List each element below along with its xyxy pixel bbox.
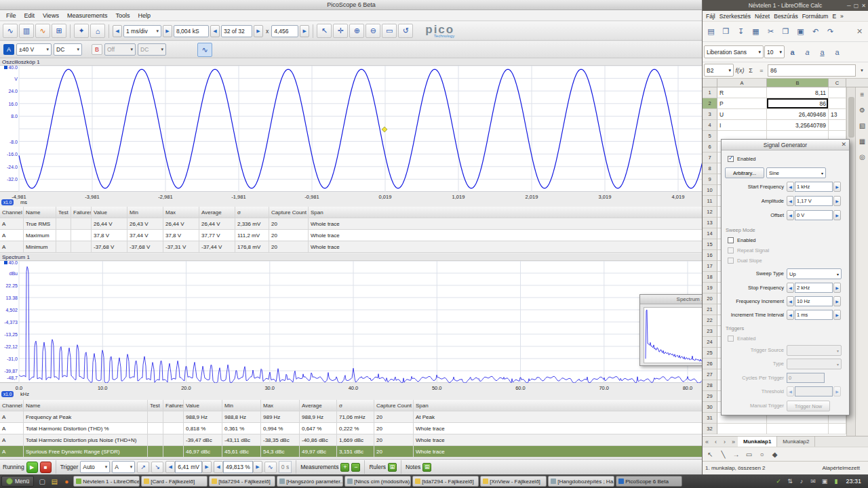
volume-icon[interactable]: ♪ — [797, 477, 806, 486]
rapid-trigger-icon[interactable]: ∿ — [264, 462, 277, 473]
ellipse-icon[interactable]: ○ — [756, 449, 768, 460]
row-header-9[interactable]: 9 — [703, 174, 717, 185]
window-titlebar[interactable]: PicoScope 6 Beta — [0, 0, 703, 10]
marquee-zoom-icon[interactable]: ▭ — [382, 24, 397, 38]
sheet-next-icon[interactable]: › — [720, 439, 729, 445]
line-arrow-icon[interactable]: → — [730, 449, 742, 460]
row-header-5[interactable]: 5 — [703, 131, 717, 142]
dual-slope-checkbox[interactable] — [728, 258, 734, 264]
trigger-level-input[interactable]: 6,41 mV — [175, 461, 202, 473]
amplitude-decrement[interactable]: ◀ — [787, 196, 794, 206]
row-header-21[interactable]: 21 — [703, 304, 717, 315]
increment-interval-increment[interactable]: ▶ — [833, 310, 841, 320]
delete-measurement-button[interactable]: − — [351, 463, 360, 472]
formula-input[interactable]: 86 — [768, 64, 856, 77]
mint-menu-button[interactable]: Menü — [1, 476, 34, 487]
row-header-8[interactable]: 8 — [703, 163, 717, 174]
menu-help[interactable]: Help — [134, 12, 155, 20]
table-row[interactable]: ATrue RMS26,44 V26,43 V26,44 V26,44 V2,3… — [0, 218, 703, 230]
navigator-icon[interactable]: ◎ — [857, 152, 867, 162]
browser-icon[interactable]: ● — [61, 476, 72, 487]
row-header-29[interactable]: 29 — [703, 391, 717, 402]
sweep-enabled-checkbox[interactable] — [728, 237, 734, 243]
holdoff-input[interactable]: 0 s — [279, 461, 292, 473]
table-row[interactable]: AMaximum37,8 V37,44 V37,8 V37,77 V111,2 … — [0, 230, 703, 241]
row-header-12[interactable]: 12 — [703, 207, 717, 218]
function-wizard-icon[interactable]: f(x) — [735, 67, 745, 74]
row-header-30[interactable]: 30 — [703, 402, 717, 413]
capture-index-input[interactable]: 32 of 32 — [221, 25, 252, 37]
stop-frequency-input[interactable]: 2 kHz — [795, 283, 833, 293]
taskbar-window-button[interactable]: [Card - Fájlkezelő] — [141, 476, 208, 487]
font-name-select[interactable]: Liberation Sans▾ — [704, 45, 764, 58]
sum-icon[interactable]: Σ — [746, 67, 755, 74]
undo-zoom-icon[interactable]: ↺ — [398, 24, 413, 38]
x-position-input[interactable]: 4,456 — [271, 25, 298, 37]
expand-formula-icon[interactable]: ▾ — [857, 68, 867, 73]
signal-generator-icon[interactable]: ∿ — [197, 43, 212, 57]
menu-views[interactable]: Views — [39, 12, 63, 20]
row-header-22[interactable]: 22 — [703, 315, 717, 326]
menu-overflow-icon[interactable]: » — [838, 12, 846, 20]
taskbar-window-button[interactable]: [Hangszóró paraméter... — [277, 476, 343, 487]
select-all-corner[interactable] — [703, 79, 717, 87]
trigger-type-select[interactable]: ▾ — [787, 359, 842, 369]
battery-icon[interactable]: ▮ — [831, 477, 840, 486]
cell-c1[interactable] — [829, 87, 846, 98]
taskbar-window-button[interactable]: [tda7294 - Fájlkezelő] — [209, 476, 275, 487]
add-view-icon[interactable]: ⊞ — [52, 24, 66, 38]
bold-icon[interactable]: a — [785, 45, 800, 60]
cell-c4[interactable] — [829, 120, 846, 131]
threshold-increment[interactable]: ▶ — [833, 386, 841, 396]
row-header-6[interactable]: 6 — [703, 142, 717, 152]
rectangle-icon[interactable]: ▭ — [743, 449, 755, 460]
row-header-4[interactable]: 4 — [703, 120, 717, 131]
taskbar-window-button[interactable]: PicoScope 6 Beta — [616, 476, 682, 487]
insert-line-icon[interactable]: ╲ — [717, 449, 729, 460]
pretrigger-increment[interactable]: ▶ — [253, 461, 262, 473]
redo-icon[interactable]: ↷ — [823, 24, 837, 39]
siggen-enabled-checkbox[interactable] — [728, 156, 734, 162]
amplitude-increment[interactable]: ▶ — [833, 196, 841, 206]
show-desktop-icon[interactable]: ▢ — [37, 476, 47, 487]
taskbar-window-button[interactable]: [XnView - Fájlkezelő] — [480, 476, 547, 487]
underline-icon[interactable]: a — [815, 45, 829, 60]
spectrum-zoom-badge[interactable]: x1.0 — [1, 391, 14, 397]
repeat-signal-checkbox[interactable] — [728, 247, 734, 253]
italic-icon[interactable]: a — [800, 45, 814, 60]
row-header-19[interactable]: 19 — [703, 283, 717, 293]
save-icon[interactable]: ↧ — [734, 24, 748, 39]
menu-formátum[interactable]: Formátum — [800, 12, 831, 20]
stop-frequency-increment[interactable]: ▶ — [833, 283, 841, 293]
increment-interval-input[interactable]: 1 ms — [795, 310, 833, 320]
column-header-a[interactable]: A — [717, 79, 767, 87]
close-icon[interactable]: ✕ — [861, 3, 866, 9]
cycles-per-trigger-input[interactable]: 0 — [787, 373, 825, 383]
column-header-c[interactable]: C — [829, 79, 846, 87]
dialog-titlebar[interactable]: Signal Generator ✕ — [722, 140, 849, 150]
cell-b1[interactable]: 8,11 — [767, 87, 829, 98]
row-header-20[interactable]: 20 — [703, 293, 717, 304]
falling-edge-trigger-icon[interactable]: ↘ — [151, 462, 163, 473]
threshold-decrement[interactable]: ◀ — [787, 386, 794, 396]
sheet-tab-munkalap1[interactable]: Munkalap1 — [738, 436, 777, 447]
row-header-10[interactable]: 10 — [703, 185, 717, 196]
table-row[interactable]: ASpurious Free Dynamic Range (SFDR)46,97… — [0, 446, 703, 458]
row-header-2[interactable]: 2 — [703, 98, 717, 109]
update-manager-icon[interactable]: ✓ — [774, 477, 783, 486]
cell-b32[interactable] — [767, 424, 829, 434]
pretrigger-decrement[interactable]: ◀ — [214, 461, 223, 473]
cell-a1[interactable]: R — [717, 87, 767, 98]
start-frequency-input[interactable]: 1 kHz — [795, 182, 833, 192]
frequency-increment-decrement[interactable]: ◀ — [787, 296, 794, 306]
cell-c32[interactable] — [829, 424, 846, 434]
close-toolbar-icon[interactable]: ✕ — [852, 24, 867, 39]
scope-plot[interactable]: 40.0V24.016.08.0-8.0-16.0-24.0-32.0 — [0, 66, 703, 192]
file-manager-icon[interactable]: ▤ — [49, 476, 60, 487]
cell-a32[interactable] — [717, 424, 767, 434]
minimize-icon[interactable]: ─ — [847, 3, 851, 9]
channel-a-button[interactable]: A — [3, 44, 14, 55]
table-row[interactable]: ATotal Harmonic Distortion plus Noise (T… — [0, 434, 703, 446]
cell-c3[interactable]: 13 — [829, 109, 846, 120]
row-header-26[interactable]: 26 — [703, 359, 717, 369]
